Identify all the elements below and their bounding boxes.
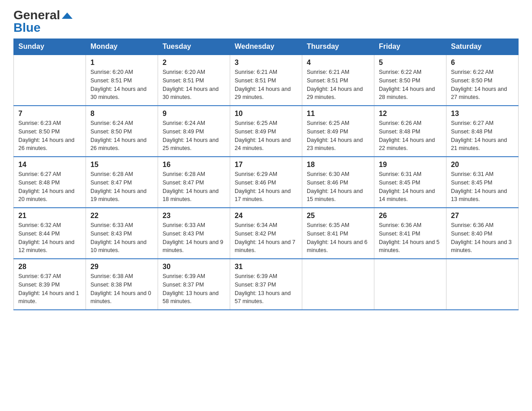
day-info: Sunrise: 6:35 AMSunset: 8:41 PMDaylight:… [307,221,369,255]
day-number: 12 [379,110,442,118]
day-info: Sunrise: 6:36 AMSunset: 8:40 PMDaylight:… [451,221,514,255]
calendar-cell: 4Sunrise: 6:21 AMSunset: 8:51 PMDaylight… [302,55,374,106]
day-number: 18 [307,161,369,169]
calendar-cell [446,259,519,310]
header-row: SundayMondayTuesdayWednesdayThursdayFrid… [14,39,519,55]
day-info: Sunrise: 6:22 AMSunset: 8:50 PMDaylight:… [451,68,514,102]
day-number: 22 [90,212,153,220]
day-info: Sunrise: 6:23 AMSunset: 8:50 PMDaylight:… [18,119,81,153]
day-number: 9 [163,110,225,118]
calendar-cell: 26Sunrise: 6:36 AMSunset: 8:41 PMDayligh… [374,208,446,259]
day-info: Sunrise: 6:21 AMSunset: 8:51 PMDaylight:… [307,68,369,102]
col-header-thursday: Thursday [302,39,374,55]
calendar-cell: 15Sunrise: 6:28 AMSunset: 8:47 PMDayligh… [86,157,158,208]
day-number: 2 [163,59,225,67]
calendar-cell: 5Sunrise: 6:22 AMSunset: 8:50 PMDaylight… [374,55,446,106]
calendar-cell: 23Sunrise: 6:33 AMSunset: 8:43 PMDayligh… [158,208,230,259]
col-header-tuesday: Tuesday [158,39,230,55]
day-info: Sunrise: 6:28 AMSunset: 8:47 PMDaylight:… [163,170,225,204]
calendar-cell: 22Sunrise: 6:33 AMSunset: 8:43 PMDayligh… [86,208,158,259]
logo: General Blue [13,9,73,34]
day-info: Sunrise: 6:20 AMSunset: 8:51 PMDaylight:… [163,68,225,102]
day-info: Sunrise: 6:32 AMSunset: 8:44 PMDaylight:… [18,221,81,255]
day-number: 4 [307,59,369,67]
day-info: Sunrise: 6:31 AMSunset: 8:45 PMDaylight:… [451,170,514,204]
day-number: 5 [379,59,442,67]
calendar-cell: 28Sunrise: 6:37 AMSunset: 8:39 PMDayligh… [14,259,86,310]
calendar-cell: 12Sunrise: 6:26 AMSunset: 8:48 PMDayligh… [374,106,446,157]
day-info: Sunrise: 6:22 AMSunset: 8:50 PMDaylight:… [379,68,442,102]
day-number: 11 [307,110,369,118]
day-number: 19 [379,161,442,169]
page-header: General Blue [13,9,519,34]
day-number: 7 [18,110,81,118]
calendar-cell: 8Sunrise: 6:24 AMSunset: 8:50 PMDaylight… [86,106,158,157]
col-header-saturday: Saturday [446,39,519,55]
day-number: 30 [163,263,225,271]
day-info: Sunrise: 6:24 AMSunset: 8:50 PMDaylight:… [90,119,153,153]
calendar-cell: 6Sunrise: 6:22 AMSunset: 8:50 PMDaylight… [446,55,519,106]
calendar-cell: 21Sunrise: 6:32 AMSunset: 8:44 PMDayligh… [14,208,86,259]
day-number: 6 [451,59,514,67]
day-number: 31 [235,263,297,271]
calendar-cell [14,55,86,106]
day-info: Sunrise: 6:37 AMSunset: 8:39 PMDaylight:… [18,272,81,306]
calendar-cell: 16Sunrise: 6:28 AMSunset: 8:47 PMDayligh… [158,157,230,208]
day-number: 24 [235,212,297,220]
calendar-week-3: 14Sunrise: 6:27 AMSunset: 8:48 PMDayligh… [14,157,519,208]
calendar-cell: 3Sunrise: 6:21 AMSunset: 8:51 PMDaylight… [230,55,302,106]
day-number: 16 [163,161,225,169]
day-info: Sunrise: 6:29 AMSunset: 8:46 PMDaylight:… [235,170,297,204]
calendar-week-4: 21Sunrise: 6:32 AMSunset: 8:44 PMDayligh… [14,208,519,259]
day-info: Sunrise: 6:21 AMSunset: 8:51 PMDaylight:… [235,68,297,102]
calendar-week-5: 28Sunrise: 6:37 AMSunset: 8:39 PMDayligh… [14,259,519,310]
calendar-cell: 17Sunrise: 6:29 AMSunset: 8:46 PMDayligh… [230,157,302,208]
calendar-cell: 1Sunrise: 6:20 AMSunset: 8:51 PMDaylight… [86,55,158,106]
col-header-friday: Friday [374,39,446,55]
day-number: 3 [235,59,297,67]
calendar-cell: 11Sunrise: 6:25 AMSunset: 8:49 PMDayligh… [302,106,374,157]
calendar-cell [302,259,374,310]
calendar-cell: 13Sunrise: 6:27 AMSunset: 8:48 PMDayligh… [446,106,519,157]
day-info: Sunrise: 6:31 AMSunset: 8:45 PMDaylight:… [379,170,442,204]
col-header-sunday: Sunday [14,39,86,55]
day-info: Sunrise: 6:20 AMSunset: 8:51 PMDaylight:… [90,68,153,102]
day-info: Sunrise: 6:36 AMSunset: 8:41 PMDaylight:… [379,221,442,255]
day-info: Sunrise: 6:34 AMSunset: 8:42 PMDaylight:… [235,221,297,255]
calendar-week-2: 7Sunrise: 6:23 AMSunset: 8:50 PMDaylight… [14,106,519,157]
day-number: 26 [379,212,442,220]
day-info: Sunrise: 6:39 AMSunset: 8:37 PMDaylight:… [163,272,225,306]
calendar-cell: 2Sunrise: 6:20 AMSunset: 8:51 PMDaylight… [158,55,230,106]
calendar-cell: 18Sunrise: 6:30 AMSunset: 8:46 PMDayligh… [302,157,374,208]
calendar-cell: 10Sunrise: 6:25 AMSunset: 8:49 PMDayligh… [230,106,302,157]
day-number: 20 [451,161,514,169]
day-number: 1 [90,59,153,67]
col-header-wednesday: Wednesday [230,39,302,55]
calendar-week-1: 1Sunrise: 6:20 AMSunset: 8:51 PMDaylight… [14,55,519,106]
calendar-cell: 14Sunrise: 6:27 AMSunset: 8:48 PMDayligh… [14,157,86,208]
day-number: 27 [451,212,514,220]
day-info: Sunrise: 6:27 AMSunset: 8:48 PMDaylight:… [451,119,514,153]
day-info: Sunrise: 6:33 AMSunset: 8:43 PMDaylight:… [163,221,225,255]
calendar-cell: 30Sunrise: 6:39 AMSunset: 8:37 PMDayligh… [158,259,230,310]
day-number: 15 [90,161,153,169]
calendar-cell: 7Sunrise: 6:23 AMSunset: 8:50 PMDaylight… [14,106,86,157]
day-number: 14 [18,161,81,169]
calendar-cell: 31Sunrise: 6:39 AMSunset: 8:37 PMDayligh… [230,259,302,310]
day-info: Sunrise: 6:39 AMSunset: 8:37 PMDaylight:… [235,272,297,306]
calendar-table: SundayMondayTuesdayWednesdayThursdayFrid… [13,39,519,310]
day-number: 10 [235,110,297,118]
day-number: 25 [307,212,369,220]
day-info: Sunrise: 6:38 AMSunset: 8:38 PMDaylight:… [90,272,153,306]
day-info: Sunrise: 6:25 AMSunset: 8:49 PMDaylight:… [235,119,297,153]
calendar-cell: 9Sunrise: 6:24 AMSunset: 8:49 PMDaylight… [158,106,230,157]
calendar-cell: 29Sunrise: 6:38 AMSunset: 8:38 PMDayligh… [86,259,158,310]
day-info: Sunrise: 6:24 AMSunset: 8:49 PMDaylight:… [163,119,225,153]
day-info: Sunrise: 6:25 AMSunset: 8:49 PMDaylight:… [307,119,369,153]
col-header-monday: Monday [86,39,158,55]
calendar-cell: 27Sunrise: 6:36 AMSunset: 8:40 PMDayligh… [446,208,519,259]
day-info: Sunrise: 6:33 AMSunset: 8:43 PMDaylight:… [90,221,153,255]
day-info: Sunrise: 6:27 AMSunset: 8:48 PMDaylight:… [18,170,81,204]
day-number: 23 [163,212,225,220]
calendar-cell: 20Sunrise: 6:31 AMSunset: 8:45 PMDayligh… [446,157,519,208]
